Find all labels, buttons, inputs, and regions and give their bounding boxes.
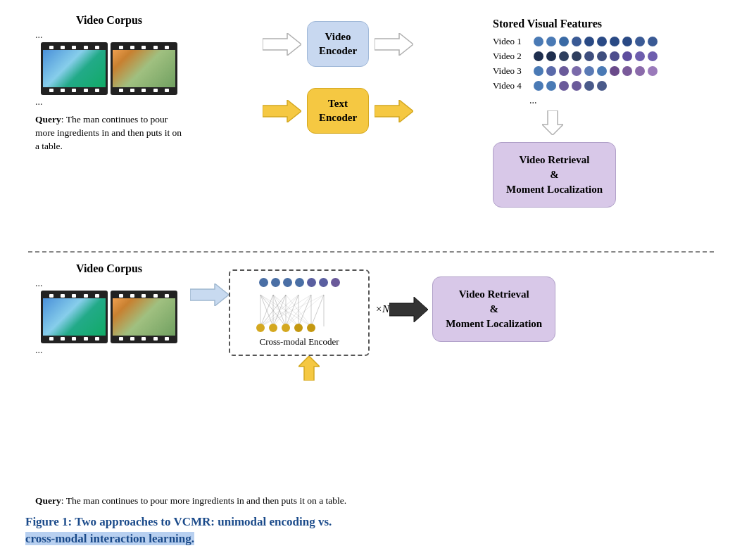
arrow-up-query: [298, 356, 320, 383]
dots-bottom-top: ...: [35, 96, 43, 108]
film-strip-3: [41, 291, 108, 343]
query-bottom-container: Query: The man continues to pour more in…: [14, 494, 728, 509]
film-strip-2: [111, 42, 177, 95]
caption-line1: Figure 1: Two approaches to VCMR: unimod…: [25, 515, 332, 528]
section-divider: [28, 251, 714, 253]
caption-line2: cross-modal interaction learning.: [25, 532, 194, 545]
feature-row-1: Video 1: [493, 36, 658, 47]
svg-line-19: [311, 295, 324, 326]
feature-row-dots: ...: [529, 95, 658, 106]
dots-top-bottom: ...: [35, 278, 43, 289]
dots-bottom-bottom: ...: [35, 345, 43, 356]
corpus-title-top: Video Corpus: [76, 14, 142, 27]
arrow-from-video-enc: [375, 33, 413, 56]
video-label-2: Video 2: [493, 51, 529, 62]
flow-top: VideoEncoder TextEncoder: [190, 14, 486, 141]
feature-row-2: Video 2: [493, 51, 658, 62]
film-strips-top: [41, 42, 177, 95]
text-encoder-row: TextEncoder: [263, 88, 413, 134]
video-corpus-top: Video Corpus ...: [28, 14, 190, 153]
retrieval-label2-bottom: &: [489, 303, 498, 314]
video-label-4: Video 4: [493, 80, 529, 91]
svg-point-33: [269, 324, 277, 332]
video-label-3: Video 3: [493, 65, 529, 77]
cross-modal-container: Cross-modal Encoder ×N: [229, 262, 389, 383]
right-top: Stored Visual Features Video 1: [486, 14, 711, 208]
main-container: Video Corpus ...: [0, 0, 742, 560]
feature-row-3: Video 3: [493, 65, 658, 77]
svg-point-36: [307, 324, 315, 332]
dot-row-3: [534, 66, 658, 76]
video-encoder-box: VideoEncoder: [307, 21, 369, 67]
dot-row-4: [534, 81, 607, 91]
figure-caption: Figure 1: Two approaches to VCMR: unimod…: [14, 509, 728, 553]
dots-features: ...: [529, 95, 537, 106]
cross-modal-label: Cross-modal Encoder: [259, 336, 339, 348]
film-strip-4: [111, 291, 177, 343]
feature-grid: Video 1 Vid: [493, 36, 658, 106]
arrow-to-retrieval-bottom: [389, 297, 428, 322]
arrow-to-text-enc: [263, 100, 301, 122]
svg-point-34: [282, 324, 290, 332]
retrieval-box-bottom: Video Retrieval & Moment Localization: [432, 276, 555, 342]
svg-marker-38: [389, 297, 428, 322]
svg-point-35: [294, 324, 303, 332]
cross-modal-box: Cross-modal Encoder: [229, 269, 370, 356]
svg-marker-5: [190, 284, 229, 306]
arrow-to-cross-modal-container: [190, 262, 229, 306]
svg-line-30: [260, 295, 324, 326]
cross-modal-dots-top: [259, 278, 340, 287]
right-bottom-flow: Video Retrieval & Moment Localization: [389, 262, 555, 342]
svg-line-31: [286, 295, 324, 326]
retrieval-label1-bottom: Video Retrieval: [459, 288, 529, 300]
query-text-bottom: : The man continues to pour more ingredi…: [61, 495, 346, 506]
svg-marker-4: [542, 110, 563, 135]
arrow-down-svg: [542, 110, 563, 135]
retrieval-label3-top: Moment Localization: [506, 184, 603, 195]
top-section: Video Corpus ...: [14, 7, 728, 247]
dot-row-1: [534, 37, 658, 46]
arrow-to-video-enc: [263, 33, 301, 56]
film-strips-bottom: [41, 291, 177, 343]
retrieval-label2-top: &: [550, 169, 559, 180]
arrow-down-stored: [542, 110, 563, 138]
text-encoder-box: TextEncoder: [307, 88, 369, 134]
dot-row-2: [534, 51, 658, 61]
feature-row-4: Video 4: [493, 80, 658, 91]
arrow-from-text-enc: [375, 100, 413, 122]
query-label-bottom: Query: [35, 495, 61, 506]
svg-point-32: [256, 324, 265, 332]
svg-marker-1: [375, 33, 413, 56]
film-strip-1: [41, 42, 108, 95]
stored-features-title: Stored Visual Features: [493, 18, 602, 30]
query-text-top: Query: The man continues to pour more in…: [35, 113, 183, 153]
svg-marker-0: [263, 33, 301, 56]
svg-marker-3: [375, 100, 413, 122]
svg-marker-37: [298, 356, 320, 381]
video-encoder-row: VideoEncoder: [263, 21, 413, 67]
video-corpus-bottom: Video Corpus ...: [28, 262, 190, 356]
arrow-up-svg: [298, 356, 320, 381]
corpus-title-bottom: Video Corpus: [76, 262, 142, 275]
video-label-1: Video 1: [493, 36, 529, 47]
retrieval-label3-bottom: Moment Localization: [446, 318, 542, 329]
retrieval-label1-top: Video Retrieval: [520, 154, 590, 165]
cross-modal-network-svg: [253, 291, 345, 333]
bottom-section: Video Corpus ...: [14, 257, 728, 494]
retrieval-box-top: Video Retrieval & Moment Localization: [493, 142, 616, 208]
svg-marker-2: [263, 100, 301, 122]
dots-top-top: ...: [35, 30, 43, 41]
query-label-top: Query: [35, 114, 61, 125]
times-n-label: ×N: [375, 303, 389, 315]
arrow-to-cross-modal: [190, 284, 229, 306]
